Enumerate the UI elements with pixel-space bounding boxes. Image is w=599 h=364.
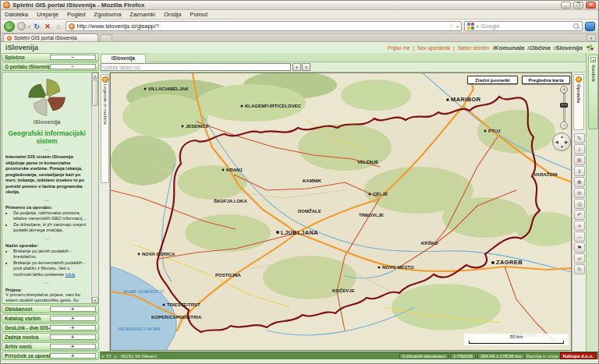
scroll-up-icon[interactable]: ▲ xyxy=(92,72,98,79)
aerial-imagery-button[interactable]: Zračni posnetki xyxy=(467,76,518,84)
pan-south-icon[interactable]: ▼ xyxy=(560,145,564,149)
forward-button[interactable]: → xyxy=(17,22,26,30)
identify-tool-icon[interactable]: i xyxy=(574,144,585,154)
measure-tool-icon[interactable]: ↔ xyxy=(574,231,585,242)
zoom-in-tool-icon[interactable]: ⊕ xyxy=(574,177,585,187)
map-city-label: KLAGENFURT/CELOVEC xyxy=(245,104,302,108)
map-search-input[interactable] xyxy=(101,63,291,71)
expand-icon[interactable]: + xyxy=(50,344,97,349)
bookmark-star-icon[interactable]: ☆ xyxy=(448,23,454,30)
sidebar-item-geolink[interactable]: GeoLink - dva GIS-a v enem oknu + xyxy=(2,323,99,332)
sidebar-item-obiskanost[interactable]: Obiskanost + xyxy=(2,305,99,313)
back-button[interactable]: ← xyxy=(4,21,15,32)
expand-icon[interactable]: + xyxy=(50,334,97,340)
geolink-tab-label: Geolink xyxy=(591,65,596,82)
print-tool-icon[interactable]: ⊞ xyxy=(574,155,585,165)
google-logo-icon[interactable] xyxy=(467,23,474,30)
map-extent: 304.46 x 178.06 km xyxy=(477,353,525,359)
zoom-out-icon[interactable]: − xyxy=(560,122,568,129)
reload-button[interactable]: ↻ xyxy=(33,23,41,30)
history-dropdown-icon[interactable]: ▾ xyxy=(28,24,30,29)
divider: — xyxy=(5,236,88,241)
menu-zgodovina[interactable]: Zgodovina xyxy=(94,11,121,18)
geolink-tab[interactable]: ◂ Geolink xyxy=(588,55,598,129)
home-button[interactable]: ⌂ xyxy=(55,23,63,30)
expand-icon[interactable]: + xyxy=(50,316,97,321)
iobcina-logo[interactable]: iObčina xyxy=(527,44,550,51)
scrollbar-thumb[interactable] xyxy=(92,80,98,106)
web-search-box[interactable]: ▾ Google xyxy=(464,21,583,31)
minimize-button[interactable]: _ xyxy=(561,2,571,9)
new-user-link[interactable]: Nov uporabnik xyxy=(417,45,450,51)
new-tab-stub[interactable] xyxy=(100,34,112,41)
expand-icon[interactable]: + xyxy=(50,306,97,312)
usage-text-end: . xyxy=(75,272,76,277)
collapse-icon[interactable]: − xyxy=(50,55,97,60)
zoom-slider[interactable]: + − xyxy=(559,86,569,129)
pan-rosette[interactable]: ▲ ▼ ◀ ▶ xyxy=(552,133,571,151)
services-link[interactable]: Nabor storitev xyxy=(458,45,489,51)
search-dropdown-icon[interactable]: ▾ xyxy=(292,63,301,71)
marker-tool-icon[interactable]: ⚑ xyxy=(574,242,585,253)
geolink-expand-icon[interactable]: ◂ xyxy=(590,57,596,62)
menu-zaznamki[interactable]: Zaznamki xyxy=(129,11,155,18)
close-button[interactable]: ✕ xyxy=(586,2,596,9)
login-link[interactable]: Prijavi me xyxy=(388,45,410,51)
pan-east-icon[interactable]: ▶ xyxy=(565,140,568,144)
stop-button[interactable]: ✕ xyxy=(44,23,52,30)
menu-datoteka[interactable]: Datoteka xyxy=(5,11,28,18)
menu-pomoc[interactable]: Pomoč xyxy=(190,11,207,18)
sidebar-item-katalog-vsebin[interactable]: Katalog vsebin + xyxy=(2,314,99,323)
sidebar-item-splosno[interactable]: Splošno − xyxy=(2,53,99,62)
previous-view-tool-icon[interactable]: ↶ xyxy=(574,210,585,220)
islovenija-logo[interactable]: iSlovenija xyxy=(554,44,583,51)
menu-urejanje[interactable]: Urejanje xyxy=(37,11,58,18)
tasks-tab-label: Opravila xyxy=(576,84,581,103)
expand-icon[interactable]: + xyxy=(50,325,97,330)
accordion-label: Katalog vsebin xyxy=(5,316,50,321)
sidebar-item-o-portalu[interactable]: O portalu iSlovenija − xyxy=(2,62,99,71)
address-bar[interactable]: http://www.islovenija.si/gisapp/? ☆ ▾ xyxy=(66,21,462,31)
sidebar-item-arhiv-novic[interactable]: Arhiv novic + xyxy=(2,342,99,351)
overview-map-button[interactable]: Pregledna karta xyxy=(522,76,570,84)
collapse-icon[interactable]: − xyxy=(50,64,97,69)
link-tool-icon[interactable]: ∞ xyxy=(574,253,585,263)
sidebar-scrollbar[interactable]: ▲ ▼ xyxy=(91,72,98,303)
menu-pogled[interactable]: Pogled xyxy=(67,11,85,18)
scroll-down-icon[interactable]: ▼ xyxy=(92,297,98,303)
map-canvas[interactable]: VILLACH/BELJAK KLAGENFURT/CELOVEC JESENI… xyxy=(110,72,572,351)
search-clear-icon[interactable]: ✕ xyxy=(302,63,310,71)
full-extent-tool-icon[interactable]: ◎ xyxy=(574,199,585,209)
save-tool-icon[interactable]: ⇓ xyxy=(574,166,585,176)
map-city-label: LJUBLJANA xyxy=(281,229,318,236)
tukaj-link[interactable]: tukaj xyxy=(66,272,75,277)
pan-west-icon[interactable]: ◀ xyxy=(555,140,558,144)
map-tab-islovenija[interactable]: iSlovenija xyxy=(101,54,146,62)
pan-tool-icon[interactable]: ⌖ xyxy=(574,221,585,231)
zoom-in-icon[interactable]: + xyxy=(560,86,568,94)
refresh-tool-icon[interactable]: ↻ xyxy=(574,264,585,274)
sidebar-item-zadnja-novica[interactable]: Zadnja novica + xyxy=(2,333,99,341)
zoom-slider-track[interactable] xyxy=(563,94,565,122)
list-all-tabs-button[interactable]: ▾ xyxy=(587,34,596,41)
web-search-placeholder[interactable]: Google xyxy=(481,23,571,30)
search-engine-dropdown-icon[interactable]: ▾ xyxy=(477,24,479,29)
tab-gis-portal[interactable]: Spletni GIS portal iSlovenija xyxy=(3,34,98,41)
company-badge[interactable]: Kaliopa d.o.o. xyxy=(560,352,597,359)
addon-icon[interactable] xyxy=(585,22,595,31)
restore-button[interactable]: ❐ xyxy=(573,2,583,9)
expand-icon[interactable]: + xyxy=(50,353,97,359)
map-city-label: MARIBOR xyxy=(451,96,481,103)
select-tool-icon[interactable]: ✎ xyxy=(574,133,585,143)
tasks-tab[interactable]: Opravila xyxy=(573,74,584,130)
pan-north-icon[interactable]: ▲ xyxy=(560,135,564,139)
urlbar-dropdown-icon[interactable]: ▾ xyxy=(456,24,459,29)
sidebar-item-prirocnik[interactable]: Priročnik za uporabo + xyxy=(2,352,99,360)
zoom-slider-handle[interactable] xyxy=(560,103,568,108)
search-icon[interactable] xyxy=(573,23,580,30)
zoom-out-tool-icon[interactable]: ⊖ xyxy=(574,188,585,198)
ikomunala-logo[interactable]: iKomunala xyxy=(492,44,524,51)
menu-orodja[interactable]: Orodja xyxy=(164,11,182,18)
legend-tab[interactable]: Legende in vsebine xyxy=(101,74,109,183)
url-text[interactable]: http://www.islovenija.si/gisapp/? xyxy=(77,23,447,30)
